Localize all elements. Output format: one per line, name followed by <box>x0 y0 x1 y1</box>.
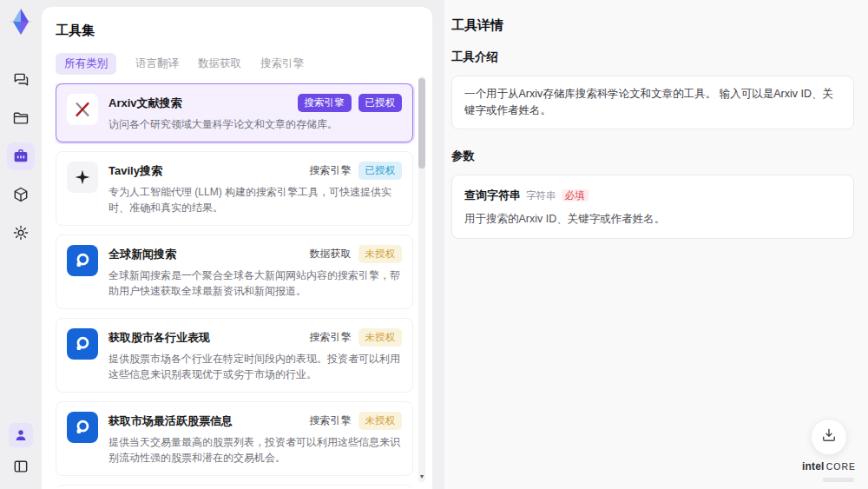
tool-category-badge: 搜索引擎 <box>310 163 352 178</box>
tool-description: 提供当天交易量最高的股票列表，投资者可以利用这些信息来识别流动性强的股票和潜在的… <box>108 434 402 466</box>
parameter-type: 字符串 <box>526 190 556 201</box>
tool-badges: 数据获取 未授权 <box>310 245 403 263</box>
app-logo-icon <box>6 7 36 36</box>
tool-card[interactable]: 万维地区新闻查询 搜索引擎 未授权 查询具体行政区划内的新闻，快速了解各地新闻动 <box>56 485 413 487</box>
parameter-description: 用于搜索的Arxiv ID、关键字或作者姓名。 <box>464 212 841 227</box>
tool-description: 提供股票市场各个行业在特定时间段内的表现。投资者可以利用这些信息来识别表现优于或… <box>108 351 402 382</box>
tool-card[interactable]: 全球新闻搜索 数据获取 未授权 全球新闻搜索是一个聚合全球各大新闻网站内容的搜索… <box>56 235 413 309</box>
panel-divider <box>432 0 444 489</box>
tool-badges: 搜索引擎 已授权 <box>310 162 403 180</box>
sidebar-bottom <box>9 423 33 477</box>
details-title: 工具详情 <box>451 17 854 34</box>
tool-name: 全球新闻搜索 <box>108 247 176 262</box>
tool-intro-card: 一个用于从Arxiv存储库搜索科学论文和文章的工具。 输入可以是Arxiv ID… <box>451 76 854 129</box>
tool-badges: 搜索引擎 未授权 <box>310 412 403 430</box>
intro-heading: 工具介绍 <box>451 50 854 65</box>
corner-widget: intelCORE <box>802 419 856 482</box>
parameter-required-badge: 必填 <box>562 189 589 202</box>
news-icon <box>67 328 98 360</box>
tool-card-body: 全球新闻搜索 数据获取 未授权 全球新闻搜索是一个聚合全球各大新闻网站内容的搜索… <box>108 245 402 299</box>
download-button[interactable] <box>811 419 847 455</box>
tab-1[interactable]: 语言翻译 <box>135 56 179 71</box>
scrollbar-down-arrow[interactable]: ▾ <box>418 473 425 480</box>
intel-core-logo: intelCORE <box>802 460 856 472</box>
tool-auth-badge: 未授权 <box>358 245 403 263</box>
tool-card-body: 获取股市各行业表现 搜索引擎 未授权 提供股票市场各个行业在特定时间段内的表现。… <box>108 328 402 382</box>
tool-card[interactable]: 获取股市各行业表现 搜索引擎 未授权 提供股票市场各个行业在特定时间段内的表现。… <box>56 318 413 393</box>
tool-description: 访问各个研究领域大量科学论文和文章的存储库。 <box>108 116 402 132</box>
params-heading: 参数 <box>451 149 854 164</box>
category-tabs: 所有类别语言翻译数据获取搜索引擎 <box>56 53 432 75</box>
news-icon <box>67 412 98 443</box>
news-icon <box>67 245 98 276</box>
tool-name: 获取市场最活跃股票信息 <box>108 413 233 429</box>
briefcase-icon[interactable] <box>7 142 35 170</box>
tool-category-badge: 搜索引擎 <box>298 94 352 112</box>
tavily-icon <box>67 162 98 193</box>
tool-category-badge: 搜索引擎 <box>310 330 352 345</box>
parameter-name: 查询字符串 <box>464 188 521 202</box>
toolset-panel: 工具集 所有类别语言翻译数据获取搜索引擎 Arxiv文献搜索 搜索引擎 已授权 … <box>42 7 432 489</box>
sidebar <box>0 0 42 489</box>
tool-category-badge: 搜索引擎 <box>310 413 352 428</box>
tool-card-body: Tavily搜索 搜索引擎 已授权 专为人工智能代理 (LLM) 构建的搜索引擎… <box>108 162 402 215</box>
parameter-card: 查询字符串字符串必填 用于搜索的Arxiv ID、关键字或作者姓名。 <box>451 175 854 239</box>
scrollbar-thumb[interactable] <box>418 78 425 169</box>
tool-card[interactable]: 获取市场最活跃股票信息 搜索引擎 未授权 提供当天交易量最高的股票列表，投资者可… <box>56 401 413 476</box>
page-title: 工具集 <box>56 23 432 39</box>
sidebar-nav <box>7 66 35 247</box>
tab-2[interactable]: 数据获取 <box>198 56 241 71</box>
tool-list: Arxiv文献搜索 搜索引擎 已授权 访问各个研究领域大量科学论文和文章的存储库… <box>56 83 432 487</box>
parameter-header: 查询字符串字符串必填 <box>464 187 841 203</box>
arxiv-icon <box>67 94 98 125</box>
tool-auth-badge: 已授权 <box>358 162 403 180</box>
tool-name: Arxiv文献搜索 <box>108 96 182 111</box>
tab-3[interactable]: 搜索引擎 <box>260 56 304 71</box>
tool-badges: 搜索引擎 未授权 <box>310 328 403 347</box>
user-avatar-icon[interactable] <box>9 423 33 447</box>
tool-category-badge: 数据获取 <box>310 247 352 261</box>
tool-name: Tavily搜索 <box>108 163 162 179</box>
tool-auth-badge: 未授权 <box>358 412 403 430</box>
tool-card-body: 获取市场最活跃股票信息 搜索引擎 未授权 提供当天交易量最高的股票列表，投资者可… <box>108 412 402 466</box>
tool-details-panel: 工具详情 工具介绍 一个用于从Arxiv存储库搜索科学论文和文章的工具。 输入可… <box>444 0 868 489</box>
tool-card-body: Arxiv文献搜索 搜索引擎 已授权 访问各个研究领域大量科学论文和文章的存储库… <box>108 94 402 132</box>
tool-card[interactable]: Tavily搜索 搜索引擎 已授权 专为人工智能代理 (LLM) 构建的搜索引擎… <box>56 151 413 226</box>
tool-card[interactable]: Arxiv文献搜索 搜索引擎 已授权 访问各个研究领域大量科学论文和文章的存储库… <box>56 83 413 142</box>
chat-icon[interactable] <box>7 66 35 94</box>
list-scrollbar[interactable]: ▾ <box>418 76 425 482</box>
tab-0[interactable]: 所有类别 <box>56 53 116 75</box>
collapse-panel-icon[interactable] <box>10 456 31 477</box>
tool-description: 专为人工智能代理 (LLM) 构建的搜索引擎工具，可快速提供实时、准确和真实的结… <box>108 184 402 215</box>
tool-badges: 搜索引擎 已授权 <box>298 94 403 112</box>
tool-auth-badge: 未授权 <box>358 328 403 347</box>
tool-name: 获取股市各行业表现 <box>108 330 210 346</box>
tool-description: 全球新闻搜索是一个聚合全球各大新闻网站内容的搜索引擎，帮助用户快速获取全球最新资… <box>108 268 402 299</box>
download-icon <box>820 426 838 447</box>
cube-icon[interactable] <box>7 181 35 208</box>
folder-icon[interactable] <box>7 104 35 132</box>
gear-icon[interactable] <box>7 219 35 247</box>
brand-decoration <box>823 478 854 482</box>
tool-auth-badge: 已授权 <box>358 94 403 112</box>
